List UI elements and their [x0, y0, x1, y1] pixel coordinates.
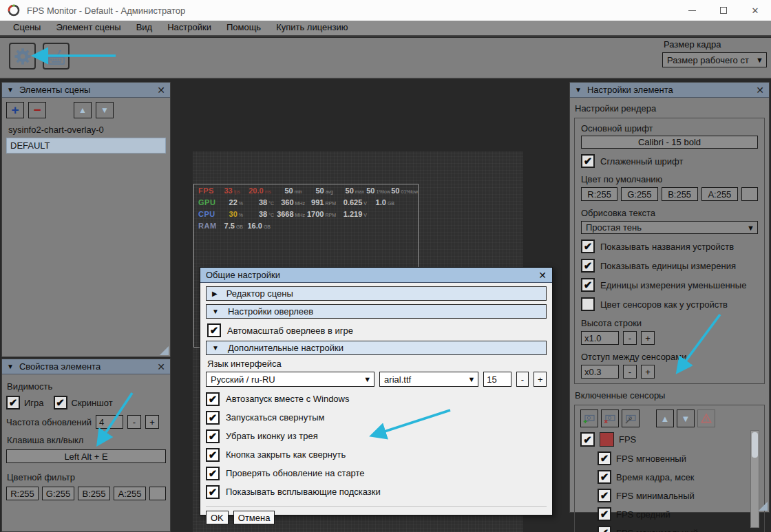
filter-color-swatch[interactable]: [149, 487, 166, 500]
sensor-row[interactable]: FPS мгновенный: [598, 451, 759, 465]
color-alpha-button[interactable]: A:255: [701, 187, 738, 201]
filter-green-button[interactable]: G:255: [42, 487, 74, 500]
scrollbar-thumb[interactable]: [752, 432, 758, 458]
section-overlay-settings[interactable]: ▼ Настройки оверлеев: [206, 304, 547, 319]
autostart-windows-checkbox[interactable]: [206, 392, 220, 406]
frame-size-select[interactable]: Размер рабочего ст ▼: [662, 52, 767, 67]
line-height-minus-button[interactable]: -: [623, 331, 637, 345]
filter-blue-button[interactable]: B:255: [78, 487, 110, 500]
autoscale-overlays-checkbox[interactable]: [207, 323, 221, 337]
section-scene-editor[interactable]: ▶ Редактор сцены: [206, 286, 547, 301]
color-green-button[interactable]: G:255: [621, 187, 657, 201]
frame-time-checkbox[interactable]: [598, 470, 611, 484]
close-as-minimize-checkbox[interactable]: [206, 448, 220, 462]
filter-red-button[interactable]: R:255: [6, 487, 39, 500]
smooth-font-checkbox[interactable]: [581, 154, 595, 168]
fps-color-swatch[interactable]: [600, 432, 614, 447]
update-rate-input[interactable]: 4: [96, 415, 123, 429]
sensor-gap-input[interactable]: x0.3: [581, 365, 619, 379]
sensor-warning-button[interactable]: [697, 409, 715, 427]
collapse-icon: ▼: [212, 308, 219, 315]
update-rate-minus-button[interactable]: -: [127, 415, 141, 429]
font-size-plus-button[interactable]: +: [534, 372, 547, 387]
fps-max-checkbox[interactable]: [598, 526, 611, 532]
section-additional-settings[interactable]: ▼ Дополнительные настройки: [206, 341, 547, 355]
screenshot-checkbox[interactable]: [54, 396, 67, 409]
fps-instant-checkbox[interactable]: [598, 451, 611, 465]
text-outline-select[interactable]: Простая тень ▼: [581, 221, 758, 234]
overlay-row-gpu: GPU 22% 38°C 360MHz 991RPM 0.625V 1.0GB: [198, 198, 418, 210]
default-color-swatch[interactable]: [741, 187, 758, 201]
color-red-button[interactable]: R:255: [581, 187, 617, 201]
update-rate-plus-button[interactable]: +: [145, 415, 159, 429]
font-size-minus-button[interactable]: -: [516, 372, 529, 387]
remove-element-button[interactable]: −: [28, 102, 46, 118]
menu-view[interactable]: Вид: [129, 20, 160, 36]
cancel-button[interactable]: Отмена: [233, 511, 275, 524]
font-file-select[interactable]: arial.ttf ▼: [379, 372, 478, 387]
sensor-scrollbar[interactable]: [750, 430, 759, 528]
line-height-plus-button[interactable]: +: [641, 331, 655, 345]
menu-help[interactable]: Помощь: [219, 20, 268, 36]
show-device-names-checkbox[interactable]: [581, 240, 595, 253]
dialog-titlebar[interactable]: Общие настройки ✕: [200, 268, 552, 283]
menu-settings[interactable]: Настройки: [160, 20, 219, 36]
close-panel-icon[interactable]: ✕: [756, 85, 764, 96]
panel-resize-grip[interactable]: [759, 502, 768, 511]
hide-tray-icon-checkbox[interactable]: [206, 429, 220, 443]
remove-sensor-button[interactable]: [601, 409, 619, 427]
hotkeys-keyboard-button[interactable]: [43, 43, 70, 70]
show-tooltips-checkbox[interactable]: [206, 485, 220, 499]
dialog-close-icon[interactable]: ✕: [538, 270, 547, 281]
sensor-row[interactable]: FPS минимальный: [598, 489, 759, 502]
add-sensor-button[interactable]: [580, 409, 598, 427]
start-minimized-checkbox[interactable]: [206, 411, 220, 425]
close-panel-icon[interactable]: ✕: [157, 361, 165, 372]
sensor-row[interactable]: Время кадра, мсек: [598, 470, 759, 484]
sensor-row[interactable]: FPS максимальный: [598, 526, 759, 532]
edit-sensor-button[interactable]: [622, 409, 640, 427]
menu-scenes[interactable]: Сцены: [6, 20, 48, 36]
sensor-down-button[interactable]: ▼: [677, 409, 695, 427]
units-reduced-checkbox[interactable]: [581, 278, 595, 292]
element-properties-header[interactable]: ▼ Свойства элемента ✕: [2, 359, 170, 374]
sensor-gap-plus-button[interactable]: +: [641, 365, 655, 379]
gear-icon: [13, 47, 32, 66]
sensor-up-button[interactable]: ▲: [656, 409, 674, 427]
collapse-icon[interactable]: ▼: [7, 86, 14, 94]
menu-scene-element[interactable]: Элемент сцены: [48, 20, 128, 36]
close-panel-icon[interactable]: ✕: [157, 85, 165, 96]
minimize-button[interactable]: [676, 0, 708, 21]
sensor-row[interactable]: FPS средний: [598, 507, 759, 521]
settings-gear-button[interactable]: [9, 43, 36, 70]
line-height-input[interactable]: x1.0: [581, 331, 619, 345]
move-up-button[interactable]: ▲: [74, 102, 92, 118]
sensor-gap-minus-button[interactable]: -: [623, 365, 637, 379]
close-button[interactable]: ✕: [739, 0, 771, 21]
fps-min-checkbox[interactable]: [598, 489, 611, 502]
sensor-row-fps[interactable]: FPS: [580, 432, 759, 447]
fps-avg-checkbox[interactable]: [598, 507, 611, 521]
filter-alpha-button[interactable]: A:255: [114, 487, 146, 500]
color-blue-button[interactable]: B:255: [662, 187, 698, 201]
ok-button[interactable]: OK: [206, 511, 229, 524]
check-updates-checkbox[interactable]: [206, 467, 220, 480]
collapse-icon[interactable]: ▼: [7, 363, 14, 370]
sensor-color-as-device-checkbox[interactable]: [581, 297, 595, 311]
language-select[interactable]: Русский / ru-RU ▼: [206, 372, 374, 387]
main-font-button[interactable]: Calibri - 15 bold: [581, 136, 758, 149]
show-units-checkbox[interactable]: [581, 259, 595, 273]
menu-buy-license[interactable]: Купить лицензию: [268, 20, 355, 36]
add-element-button[interactable]: +: [6, 102, 24, 118]
panel-resize-grip[interactable]: [160, 346, 169, 355]
hotkey-button[interactable]: Left Alt + E: [6, 449, 166, 463]
collapse-icon[interactable]: ▼: [575, 86, 582, 94]
move-down-button[interactable]: ▼: [96, 102, 114, 118]
scene-elements-header[interactable]: ▼ Элементы сцены ✕: [2, 83, 170, 98]
fps-checkbox[interactable]: [580, 432, 595, 447]
game-checkbox[interactable]: [6, 396, 20, 409]
font-size-input[interactable]: 15: [483, 372, 511, 387]
scene-list-item-selected[interactable]: DEFAULT: [6, 138, 166, 153]
element-settings-header[interactable]: ▼ Настройки элемента ✕: [570, 83, 769, 98]
maximize-button[interactable]: [708, 0, 739, 21]
